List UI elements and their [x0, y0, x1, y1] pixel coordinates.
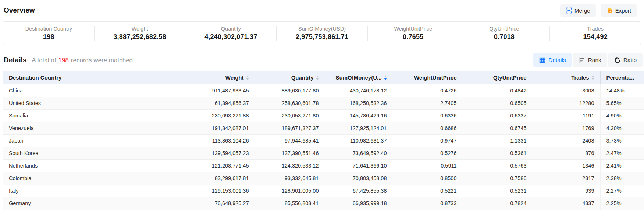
merge-cells-icon [566, 7, 572, 14]
table-cell: 66,935,999.18 [325, 197, 393, 210]
table-cell: 97,944,685.41 [255, 134, 325, 147]
details-heading: Details A total of198records were matche… [4, 56, 133, 64]
column-header-qtyunitprice: QtyUnitPrice [463, 71, 533, 84]
stat-value: 0.7655 [403, 33, 423, 41]
table-cell: 76,648,925.27 [187, 197, 255, 210]
column-header-sumofmoney-u[interactable]: SumOfMoney(U... [325, 71, 393, 84]
column-header-weight[interactable]: Weight [187, 71, 255, 84]
table-row: United States61,394,856.37258,630,601.78… [3, 97, 644, 109]
stat-value: 3,887,252,682.58 [113, 33, 166, 41]
table-cell: 14.48% [600, 84, 644, 97]
column-label: Quantity [291, 74, 314, 81]
table-cell: Somalia [3, 109, 187, 122]
table-cell: 93,332,645.81 [255, 172, 325, 185]
stat-item: Quantity4,240,302,071.37 [185, 26, 276, 41]
table-cell: 73,649,592.40 [325, 147, 393, 159]
merge-button-label: Merge [574, 7, 590, 14]
sort-icon[interactable] [246, 76, 249, 80]
details-table-container: Destination CountryWeightQuantitySumOfMo… [3, 71, 644, 210]
table-cell: 4.90% [600, 109, 644, 122]
stat-label: WeightUnitPrice [394, 26, 432, 32]
sort-asc-caret [316, 76, 319, 77]
table-row: Italy129,153,001.36128,901,005.0067,425,… [3, 185, 644, 197]
sort-desc-caret [591, 78, 594, 80]
table-cell: 0.4842 [463, 84, 533, 97]
top-actions: Merge Export [560, 4, 637, 17]
top-bar: Overview Merge Export [0, 0, 644, 17]
table-cell: 889,630,177.80 [255, 84, 325, 97]
match-count: 198 [56, 57, 71, 64]
stat-label: Destination Country [25, 26, 72, 32]
stat-label: QtyUnitPrice [489, 26, 519, 32]
donut-chart-icon [614, 57, 620, 63]
table-cell: 85,556,803.41 [255, 197, 325, 210]
column-header-trades[interactable]: Trades [533, 71, 600, 84]
rank-view-label: Rank [588, 57, 601, 63]
sort-icon[interactable] [591, 76, 594, 80]
column-header-quantity[interactable]: Quantity [255, 71, 325, 84]
table-cell: 129,153,001.36 [187, 185, 255, 197]
table-cell: Italy [3, 185, 187, 197]
export-file-icon [606, 7, 613, 14]
table-cell: 0.9747 [393, 134, 463, 147]
export-button[interactable]: Export [601, 4, 637, 17]
table-cell: 0.5221 [393, 185, 463, 197]
column-label: Trades [571, 74, 589, 81]
table-cell: 71,641,366.10 [325, 159, 393, 172]
stat-value: 2,975,753,861.71 [296, 33, 348, 41]
table-cell: 191,342,087.01 [187, 122, 255, 134]
sort-asc-caret [591, 76, 594, 77]
table-cell: 0.5276 [393, 147, 463, 159]
table-cell: 0.8500 [393, 172, 463, 185]
table-cell: 0.6745 [463, 122, 533, 134]
table-cell: 110,982,631.37 [325, 134, 393, 147]
table-cell: 0.5763 [463, 159, 533, 172]
table-cell: 0.5231 [463, 185, 533, 197]
overview-stats-card: Destination Country198Weight3,887,252,68… [3, 21, 641, 45]
table-cell: 1346 [533, 159, 600, 172]
table-cell: 0.6336 [393, 109, 463, 122]
table-cell: 189,671,327.37 [255, 122, 325, 134]
table-cell: 0.4726 [393, 84, 463, 97]
table-cell: Venezuela [3, 122, 187, 134]
table-cell: 3008 [533, 84, 600, 97]
table-row: Germany76,648,925.2785,556,803.4166,935,… [3, 197, 644, 210]
stat-label: Quantity [221, 26, 241, 32]
table-cell: United States [3, 97, 187, 109]
merge-button[interactable]: Merge [560, 4, 596, 17]
table-row: Venezuela191,342,087.01189,671,327.37127… [3, 122, 644, 134]
column-label: Weight [225, 74, 244, 81]
rank-view-button[interactable]: Rank [573, 53, 607, 67]
table-cell: 3.73% [600, 134, 644, 147]
table-cell: 2.7405 [393, 97, 463, 109]
table-cell: 121,208,771.45 [187, 159, 255, 172]
table-cell: 0.5911 [393, 159, 463, 172]
table-cell: 137,390,551.46 [255, 147, 325, 159]
table-cell: 2.41% [600, 159, 644, 172]
column-label: Percenta... [606, 74, 634, 81]
table-cell: South Korea [3, 147, 187, 159]
table-cell: 5.65% [600, 97, 644, 109]
match-suffix: records were matched [71, 57, 133, 64]
details-bar: Details A total of198records were matche… [0, 53, 644, 67]
table-icon [539, 57, 545, 63]
ratio-view-label: Ratio [623, 57, 637, 63]
table-cell: 1191 [533, 109, 600, 122]
ratio-view-button[interactable]: Ratio [608, 53, 643, 67]
table-cell: 67,425,855.38 [325, 185, 393, 197]
stat-value: 198 [43, 33, 54, 41]
stat-item: Weight3,887,252,682.58 [94, 26, 185, 41]
stat-item: WeightUnitPrice0.7655 [367, 26, 459, 41]
table-cell: 0.7586 [463, 172, 533, 185]
column-header-destination-country: Destination Country [3, 71, 187, 84]
table-cell: 70,803,458.08 [325, 172, 393, 185]
sort-icon[interactable] [384, 76, 387, 80]
table-cell: 0.7824 [463, 197, 533, 210]
view-switch: Details Rank Ratio [533, 53, 643, 67]
sort-icon[interactable] [316, 76, 319, 80]
table-row: Japan113,863,104.2697,944,685.41110,982,… [3, 134, 644, 147]
table-cell: 430,746,178.12 [325, 84, 393, 97]
details-view-label: Details [548, 57, 566, 63]
details-view-button[interactable]: Details [533, 53, 572, 67]
table-cell: 113,863,104.26 [187, 134, 255, 147]
